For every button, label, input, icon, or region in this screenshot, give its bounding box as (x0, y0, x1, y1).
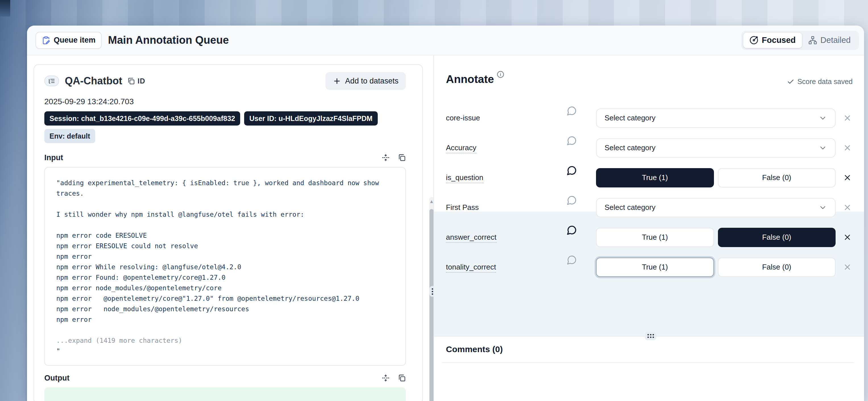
add-to-datasets-button[interactable]: Add to datasets (326, 72, 406, 90)
background-corner-accent (0, 0, 10, 16)
horizontal-resize-handle[interactable] (645, 332, 656, 340)
close-icon (843, 173, 852, 182)
main-card: Queue item Main Annotation Queue Focused (27, 26, 864, 401)
select-placeholder: Select category (604, 113, 655, 123)
comment-bubble-button[interactable] (565, 255, 578, 265)
score-label: First Pass (446, 203, 565, 212)
trace-id-label: ID (137, 77, 145, 85)
annotate-header: Annotate Score data saved (446, 73, 852, 86)
user-id-badge[interactable]: User ID: u-HLdEogyJlzazF4SlaFPDM (244, 111, 377, 126)
comments-title: Comments (0) (446, 344, 503, 354)
chevron-down-icon (818, 203, 827, 212)
true-button[interactable]: True (1) (596, 168, 714, 188)
copy-icon (127, 77, 135, 85)
page-header: Queue item Main Annotation Queue Focused (27, 26, 864, 55)
view-toggle: Focused Detailed (741, 31, 859, 50)
comments-divider (442, 362, 854, 363)
info-icon[interactable] (497, 71, 504, 78)
score-label: answer_correct (446, 233, 565, 242)
close-icon (843, 113, 852, 123)
chevron-down-icon (818, 114, 827, 123)
comment-bubble-icon (567, 225, 577, 235)
output-content[interactable]: "# Dependency conflict: why npm ERESOLVE… (44, 388, 406, 401)
delete-score-button[interactable] (841, 113, 854, 123)
category-select: Select category (596, 198, 836, 217)
badge-row-1: Session: chat_b13e4216-c09e-499d-a39c-65… (44, 111, 406, 126)
annotate-panel: Annotate Score data saved core-issueSele… (434, 55, 864, 401)
page-title: Main Annotation Queue (108, 34, 229, 46)
session-badge[interactable]: Session: chat_b13e4216-c09e-499d-a39c-65… (44, 111, 240, 126)
check-icon (787, 78, 795, 86)
annotate-title: Annotate (446, 73, 494, 86)
input-text: "adding experimental_telemetry: { isEnab… (56, 178, 394, 357)
true-button[interactable]: True (1) (596, 258, 714, 277)
score-row-tonality_correct: tonality_correctTrue (1)False (0) (446, 252, 854, 282)
input-content[interactable]: "adding experimental_telemetry: { isEnab… (44, 167, 406, 366)
scrollbar-thumb[interactable] (430, 209, 434, 401)
input-header: Input (44, 152, 406, 163)
score-label: Accuracy (446, 143, 565, 152)
toggle-focused[interactable]: Focused (743, 33, 802, 48)
delete-score-button[interactable] (841, 203, 854, 212)
network-icon (808, 36, 817, 44)
trace-timestamp: 2025-09-29 13:24:20.703 (44, 97, 406, 106)
env-badge: Env: default (44, 129, 95, 143)
category-select-trigger[interactable]: Select category (596, 108, 836, 128)
score-row-Accuracy: AccuracySelect category (446, 133, 854, 163)
select-placeholder: Select category (604, 143, 655, 152)
toggle-detailed-label: Detailed (820, 35, 851, 45)
list-tree-icon (48, 77, 55, 85)
comment-bubble-icon (567, 165, 577, 175)
trace-name: QA-Chatbot (65, 75, 122, 87)
comment-bubble-button[interactable] (565, 135, 578, 146)
fold-vertical-icon[interactable] (381, 374, 390, 382)
score-label: is_question (446, 173, 565, 182)
true-button[interactable]: True (1) (596, 228, 714, 247)
plus-icon (333, 77, 341, 85)
copy-icon[interactable] (398, 374, 406, 382)
comment-bubble-icon (567, 135, 577, 146)
score-save-status-label: Score data saved (797, 77, 852, 86)
input-label: Input (44, 153, 63, 162)
false-button[interactable]: False (0) (718, 228, 836, 247)
false-button[interactable]: False (0) (718, 168, 836, 188)
comment-bubble-button[interactable] (565, 165, 578, 175)
binary-buttons: True (1)False (0) (596, 168, 836, 188)
close-icon (843, 233, 852, 242)
category-select-trigger[interactable]: Select category (596, 138, 836, 158)
add-to-datasets-label: Add to datasets (345, 77, 399, 86)
trace-panel: QA-Chatbot ID Add to datasets (27, 55, 433, 401)
close-icon (843, 143, 852, 152)
chevron-down-icon (818, 144, 827, 152)
close-icon (843, 263, 852, 271)
score-label: core-issue (446, 113, 565, 123)
close-icon (843, 203, 852, 212)
binary-buttons: True (1)False (0) (596, 228, 836, 247)
score-row-First Pass: First PassSelect category (446, 193, 854, 222)
toggle-focused-label: Focused (762, 35, 796, 45)
comment-bubble-button[interactable] (565, 106, 578, 116)
comment-bubble-icon (567, 255, 577, 265)
trace-id-copy[interactable]: ID (127, 77, 145, 85)
queue-item-badge-label: Queue item (54, 36, 95, 44)
false-button[interactable]: False (0) (718, 258, 836, 277)
annotate-pane-divider[interactable] (434, 336, 864, 337)
card-body: QA-Chatbot ID Add to datasets (27, 55, 864, 401)
queue-item-badge: Queue item (35, 32, 102, 49)
delete-score-button[interactable] (841, 233, 854, 242)
expand-note[interactable]: ...expand (1419 more characters) (56, 337, 182, 344)
delete-score-button[interactable] (841, 173, 854, 182)
score-label: tonality_correct (446, 263, 565, 271)
category-select-trigger[interactable]: Select category (596, 198, 836, 217)
score-row-core-issue: core-issueSelect category (446, 103, 854, 133)
delete-score-button[interactable] (841, 263, 854, 271)
comment-bubble-button[interactable] (565, 225, 578, 235)
toggle-detailed[interactable]: Detailed (802, 33, 857, 48)
output-text: "# Dependency conflict: why npm ERESOLVE… (56, 399, 395, 401)
score-save-status: Score data saved (787, 77, 852, 86)
fold-vertical-icon[interactable] (381, 153, 390, 162)
select-placeholder: Select category (604, 203, 655, 212)
copy-icon[interactable] (398, 154, 406, 162)
comment-bubble-button[interactable] (565, 195, 578, 205)
delete-score-button[interactable] (841, 143, 854, 152)
